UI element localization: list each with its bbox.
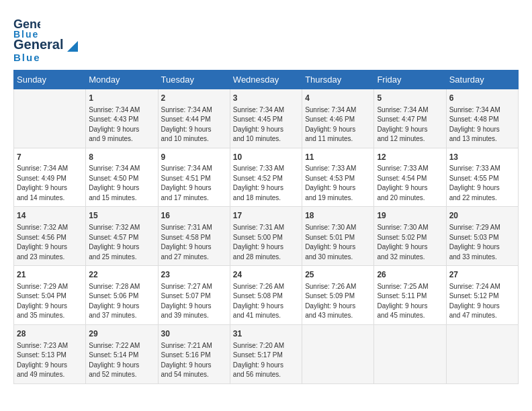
calendar-cell: 21Sunrise: 7:29 AM Sunset: 5:04 PM Dayli… (14, 266, 86, 325)
day-number: 3 (233, 93, 299, 104)
day-number: 16 (161, 210, 227, 222)
calendar-cell: 20Sunrise: 7:29 AM Sunset: 5:03 PM Dayli… (446, 207, 518, 266)
day-info: Sunrise: 7:34 AM Sunset: 4:44 PM Dayligh… (161, 105, 227, 144)
day-info: Sunrise: 7:30 AM Sunset: 5:02 PM Dayligh… (377, 223, 443, 262)
calendar-cell: 18Sunrise: 7:30 AM Sunset: 5:01 PM Dayli… (302, 207, 374, 266)
calendar-cell: 5Sunrise: 7:34 AM Sunset: 4:47 PM Daylig… (374, 89, 446, 148)
day-info: Sunrise: 7:32 AM Sunset: 4:57 PM Dayligh… (89, 223, 154, 262)
day-info: Sunrise: 7:22 AM Sunset: 5:14 PM Dayligh… (89, 341, 154, 380)
day-number: 21 (17, 269, 83, 281)
day-info: Sunrise: 7:24 AM Sunset: 5:12 PM Dayligh… (449, 282, 515, 321)
calendar-cell: 10Sunrise: 7:33 AM Sunset: 4:52 PM Dayli… (230, 148, 302, 207)
day-info: Sunrise: 7:33 AM Sunset: 4:53 PM Dayligh… (305, 164, 371, 203)
day-number: 7 (17, 152, 83, 163)
weekday-header: Friday (374, 70, 446, 89)
day-number: 12 (377, 152, 443, 163)
weekday-header-row: SundayMondayTuesdayWednesdayThursdayFrid… (14, 70, 519, 89)
calendar-cell: 24Sunrise: 7:26 AM Sunset: 5:08 PM Dayli… (230, 266, 302, 325)
day-number: 20 (449, 210, 515, 222)
calendar-cell: 23Sunrise: 7:27 AM Sunset: 5:07 PM Dayli… (158, 266, 230, 325)
calendar-cell: 15Sunrise: 7:32 AM Sunset: 4:57 PM Dayli… (86, 207, 158, 266)
day-number: 17 (233, 210, 299, 222)
calendar-cell: 27Sunrise: 7:24 AM Sunset: 5:12 PM Dayli… (446, 266, 518, 325)
calendar-cell: 31Sunrise: 7:20 AM Sunset: 5:17 PM Dayli… (230, 324, 302, 383)
day-number: 18 (305, 210, 371, 222)
calendar-cell: 29Sunrise: 7:22 AM Sunset: 5:14 PM Dayli… (86, 324, 158, 383)
day-info: Sunrise: 7:32 AM Sunset: 4:56 PM Dayligh… (17, 223, 83, 262)
calendar-week-row: 1Sunrise: 7:34 AM Sunset: 4:43 PM Daylig… (14, 89, 519, 148)
day-info: Sunrise: 7:34 AM Sunset: 4:49 PM Dayligh… (17, 164, 83, 203)
day-number: 29 (89, 328, 154, 340)
calendar-cell (14, 89, 86, 148)
day-info: Sunrise: 7:31 AM Sunset: 4:58 PM Dayligh… (161, 223, 227, 262)
day-info: Sunrise: 7:20 AM Sunset: 5:17 PM Dayligh… (233, 341, 299, 380)
calendar-cell: 17Sunrise: 7:31 AM Sunset: 5:00 PM Dayli… (230, 207, 302, 266)
calendar-cell: 11Sunrise: 7:33 AM Sunset: 4:53 PM Dayli… (302, 148, 374, 207)
calendar-cell: 19Sunrise: 7:30 AM Sunset: 5:02 PM Dayli… (374, 207, 446, 266)
calendar-cell: 4Sunrise: 7:34 AM Sunset: 4:46 PM Daylig… (302, 89, 374, 148)
calendar-week-row: 28Sunrise: 7:23 AM Sunset: 5:13 PM Dayli… (14, 324, 519, 383)
calendar-cell: 13Sunrise: 7:33 AM Sunset: 4:55 PM Dayli… (446, 148, 518, 207)
day-number: 1 (89, 93, 154, 104)
day-number: 11 (305, 152, 371, 163)
day-info: Sunrise: 7:34 AM Sunset: 4:47 PM Dayligh… (377, 105, 443, 144)
calendar-cell: 16Sunrise: 7:31 AM Sunset: 4:58 PM Dayli… (158, 207, 230, 266)
logo-blue: Blue (13, 52, 41, 63)
day-number: 2 (161, 93, 227, 104)
day-info: Sunrise: 7:33 AM Sunset: 4:55 PM Dayligh… (449, 164, 515, 203)
calendar-cell: 26Sunrise: 7:25 AM Sunset: 5:11 PM Dayli… (374, 266, 446, 325)
day-number: 19 (377, 210, 443, 222)
day-number: 28 (17, 328, 83, 340)
day-info: Sunrise: 7:27 AM Sunset: 5:07 PM Dayligh… (161, 282, 227, 321)
weekday-header: Tuesday (158, 70, 230, 89)
calendar-cell: 12Sunrise: 7:33 AM Sunset: 4:54 PM Dayli… (374, 148, 446, 207)
calendar-cell: 25Sunrise: 7:26 AM Sunset: 5:09 PM Dayli… (302, 266, 374, 325)
day-info: Sunrise: 7:21 AM Sunset: 5:16 PM Dayligh… (161, 341, 227, 380)
weekday-header: Monday (86, 70, 158, 89)
day-number: 15 (89, 210, 154, 222)
logo-general: General (13, 37, 63, 52)
calendar-cell: 2Sunrise: 7:34 AM Sunset: 4:44 PM Daylig… (158, 89, 230, 148)
calendar-cell: 8Sunrise: 7:34 AM Sunset: 4:50 PM Daylig… (86, 148, 158, 207)
calendar-cell: 9Sunrise: 7:34 AM Sunset: 4:51 PM Daylig… (158, 148, 230, 207)
weekday-header: Saturday (446, 70, 518, 89)
day-number: 31 (233, 328, 299, 340)
day-info: Sunrise: 7:26 AM Sunset: 5:08 PM Dayligh… (233, 282, 299, 321)
day-number: 27 (449, 269, 515, 281)
day-info: Sunrise: 7:30 AM Sunset: 5:01 PM Dayligh… (305, 223, 371, 262)
day-info: Sunrise: 7:29 AM Sunset: 5:04 PM Dayligh… (17, 282, 83, 321)
calendar-week-row: 7Sunrise: 7:34 AM Sunset: 4:49 PM Daylig… (14, 148, 519, 207)
logo-triangle-icon (67, 41, 78, 52)
day-info: Sunrise: 7:34 AM Sunset: 4:48 PM Dayligh… (449, 105, 515, 144)
day-info: Sunrise: 7:33 AM Sunset: 4:54 PM Dayligh… (377, 164, 443, 203)
calendar-cell (446, 324, 518, 383)
day-number: 4 (305, 93, 371, 104)
calendar-cell (374, 324, 446, 383)
day-info: Sunrise: 7:26 AM Sunset: 5:09 PM Dayligh… (305, 282, 371, 321)
day-number: 5 (377, 93, 443, 104)
day-info: Sunrise: 7:31 AM Sunset: 5:00 PM Dayligh… (233, 223, 299, 262)
calendar-cell: 3Sunrise: 7:34 AM Sunset: 4:45 PM Daylig… (230, 89, 302, 148)
day-info: Sunrise: 7:29 AM Sunset: 5:03 PM Dayligh… (449, 223, 515, 262)
day-number: 30 (161, 328, 227, 340)
day-number: 9 (161, 152, 227, 163)
calendar-cell: 6Sunrise: 7:34 AM Sunset: 4:48 PM Daylig… (446, 89, 518, 148)
calendar-cell: 14Sunrise: 7:32 AM Sunset: 4:56 PM Dayli… (14, 207, 86, 266)
weekday-header: Sunday (14, 70, 86, 89)
svg-marker-3 (67, 41, 78, 52)
day-number: 26 (377, 269, 443, 281)
calendar-cell: 1Sunrise: 7:34 AM Sunset: 4:43 PM Daylig… (86, 89, 158, 148)
day-number: 22 (89, 269, 154, 281)
calendar-cell (302, 324, 374, 383)
day-info: Sunrise: 7:28 AM Sunset: 5:06 PM Dayligh… (89, 282, 154, 321)
day-number: 23 (161, 269, 227, 281)
day-number: 13 (449, 152, 515, 163)
day-info: Sunrise: 7:34 AM Sunset: 4:45 PM Dayligh… (233, 105, 299, 144)
calendar-cell: 7Sunrise: 7:34 AM Sunset: 4:49 PM Daylig… (14, 148, 86, 207)
calendar-week-row: 14Sunrise: 7:32 AM Sunset: 4:56 PM Dayli… (14, 207, 519, 266)
day-number: 8 (89, 152, 154, 163)
logo-icon: General Blue (13, 13, 40, 40)
day-number: 25 (305, 269, 371, 281)
day-number: 14 (17, 210, 83, 222)
calendar-cell: 28Sunrise: 7:23 AM Sunset: 5:13 PM Dayli… (14, 324, 86, 383)
